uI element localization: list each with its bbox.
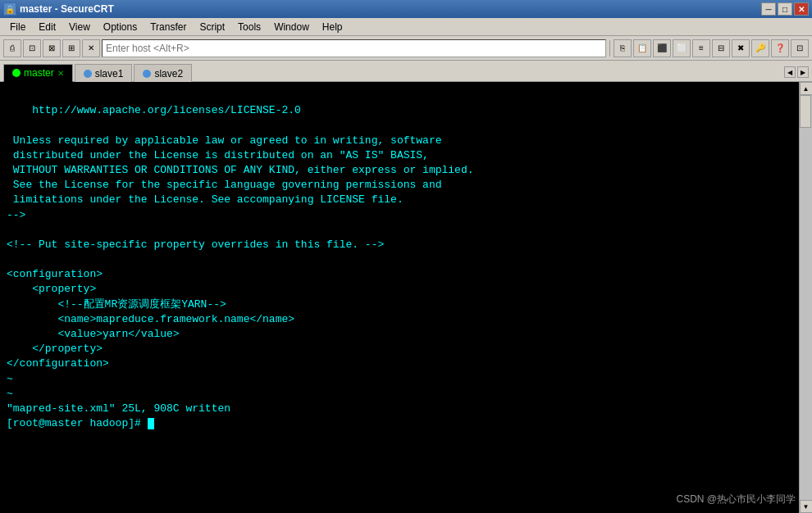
scroll-down-btn[interactable]: ▼ [800,500,813,513]
tab-slave1[interactable]: slave1 [75,64,133,82]
toolbar-btn-7[interactable]: ⬜ [673,39,691,57]
title-buttons: ─ □ ✕ [761,2,809,16]
title-bar-left: 🔒 master - SecureCRT [3,2,114,16]
menu-help[interactable]: Help [316,20,349,34]
window-title: master - SecureCRT [20,3,114,15]
menu-transfer[interactable]: Transfer [144,20,193,34]
tab-nav: ◀ ▶ [784,66,809,78]
tab-indicator-master [12,69,21,77]
app-icon: 🔒 [3,2,16,16]
toolbar-btn-13[interactable]: ⊡ [791,39,809,57]
toolbar-btn-copy[interactable]: ⎘ [614,39,632,57]
watermark: CSDN @热心市民小李同学 [676,493,796,506]
scrollbar-thumb[interactable] [800,95,811,128]
tab-label-slave1: slave1 [95,68,124,79]
menu-view[interactable]: View [62,20,97,34]
minimize-button[interactable]: ─ [761,2,776,16]
menu-tools[interactable]: Tools [231,20,267,34]
cursor [148,418,154,429]
tab-slave2[interactable]: slave2 [134,64,192,82]
terminal-container: http://www.apache.org/licenses/LICENSE-2… [0,82,812,513]
separator-1 [609,40,610,57]
toolbar-btn-8[interactable]: ≡ [692,39,710,57]
tab-nav-prev[interactable]: ◀ [784,66,796,78]
toolbar-btn-6[interactable]: ⬛ [653,39,671,57]
tab-label-master: master [24,67,54,79]
tab-indicator-slave2 [143,70,151,78]
toolbar-btn-11[interactable]: 🔑 [751,39,769,57]
terminal[interactable]: http://www.apache.org/licenses/LICENSE-2… [0,82,799,513]
scrollbar[interactable]: ▲ ▼ [799,82,812,513]
tab-indicator-slave1 [84,70,92,78]
toolbar-btn-2[interactable]: ⊡ [23,39,41,57]
tab-close-master[interactable]: ✕ [57,69,64,78]
menu-script[interactable]: Script [193,20,231,34]
menu-edit[interactable]: Edit [32,20,62,34]
toolbar-btn-10[interactable]: ✖ [732,39,750,57]
toolbar-btn-12[interactable]: ❓ [771,39,789,57]
toolbar-btn-4[interactable]: ⊞ [62,39,80,57]
toolbar: ⎙ ⊡ ⊠ ⊞ ✕ ⎘ 📋 ⬛ ⬜ ≡ ⊟ ✖ 🔑 ❓ ⊡ [0,36,812,61]
close-button[interactable]: ✕ [794,2,809,16]
scroll-up-btn[interactable]: ▲ [800,82,813,95]
tabs-bar: master ✕ slave1 slave2 ◀ ▶ [0,61,812,82]
menu-bar: File Edit View Options Transfer Script T… [0,18,812,36]
title-bar: 🔒 master - SecureCRT ─ □ ✕ [0,0,812,18]
tab-nav-next[interactable]: ▶ [797,66,809,78]
tab-label-slave2: slave2 [154,68,183,79]
toolbar-btn-paste[interactable]: 📋 [633,39,651,57]
toolbar-btn-5[interactable]: ✕ [82,39,100,57]
terminal-content: http://www.apache.org/licenses/LICENSE-2… [7,89,792,431]
tab-master[interactable]: master ✕ [3,64,73,82]
toolbar-btn-3[interactable]: ⊠ [43,39,61,57]
menu-file[interactable]: File [3,20,32,34]
maximize-button[interactable]: □ [778,2,792,16]
toolbar-btn-9[interactable]: ⊟ [712,39,730,57]
menu-options[interactable]: Options [97,20,144,34]
scrollbar-track[interactable] [800,95,812,500]
address-input[interactable] [102,39,606,57]
menu-window[interactable]: Window [267,20,316,34]
toolbar-btn-1[interactable]: ⎙ [3,39,21,57]
